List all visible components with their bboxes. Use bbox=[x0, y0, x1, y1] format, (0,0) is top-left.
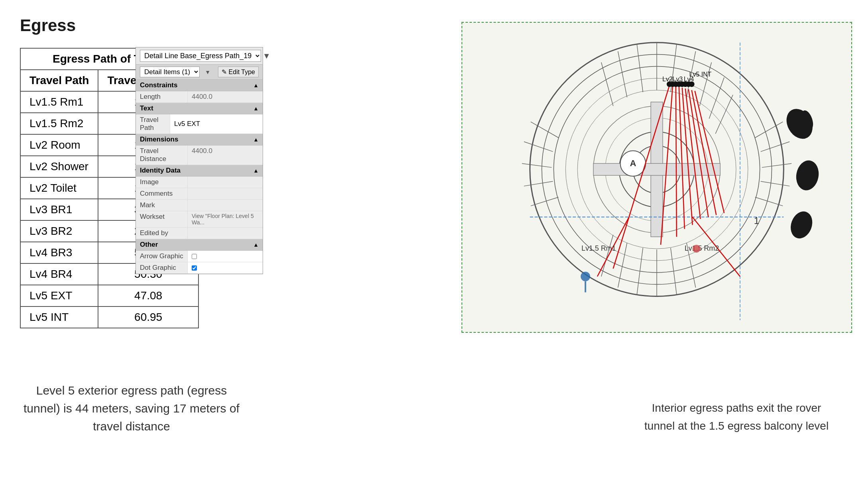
caption-right: Interior egress paths exit the rover tun… bbox=[637, 399, 836, 435]
identity-chevron: ▲ bbox=[253, 167, 259, 174]
section-constraints[interactable]: Constraints ▲ bbox=[136, 80, 263, 91]
arrow-graphic-checkbox[interactable] bbox=[192, 254, 197, 259]
table-cell-path: Lv4 BR4 bbox=[20, 263, 98, 285]
table-cell-path: Lv5 EXT bbox=[20, 285, 98, 306]
svg-text:Lv2Lv3: Lv2Lv3 bbox=[662, 76, 683, 82]
prop-image: Image bbox=[136, 177, 263, 188]
prop-travel-path: Travel Path bbox=[136, 114, 263, 134]
section-other[interactable]: Other ▲ bbox=[136, 239, 263, 251]
properties-panel: Detail Line Base_Egress Path_19 ▼ Detail… bbox=[136, 47, 263, 274]
table-cell-path: Lv5 INT bbox=[20, 306, 98, 328]
prop-arrow-graphic: Arrow Graphic bbox=[136, 251, 263, 262]
constraints-chevron: ▲ bbox=[253, 82, 259, 88]
table-cell-path: Lv2 Shower bbox=[20, 156, 98, 177]
table-cell-path: Lv2 Room bbox=[20, 134, 98, 156]
section-dimensions[interactable]: Dimensions ▲ bbox=[136, 134, 263, 145]
edit-icon: ✎ bbox=[222, 69, 227, 75]
detail-items-select[interactable]: Detail Items (1) bbox=[140, 67, 200, 77]
table-cell-path: Lv4 BR3 bbox=[20, 242, 98, 263]
caption-left: Level 5 exterior egress path (egress tun… bbox=[20, 381, 243, 435]
table-cell-path: Lv1.5 Rm1 bbox=[20, 91, 98, 113]
prop-edited-by: Edited by bbox=[136, 228, 263, 239]
col-header-path: Travel Path bbox=[20, 70, 98, 91]
section-text[interactable]: Text ▲ bbox=[136, 103, 263, 114]
svg-point-72 bbox=[693, 245, 701, 253]
constraints-label: Constraints bbox=[140, 81, 177, 89]
svg-text:Lv5 INT: Lv5 INT bbox=[689, 71, 712, 78]
prop-length: Length 4400.0 bbox=[136, 91, 263, 103]
svg-text:Lv1.5 Rm2: Lv1.5 Rm2 bbox=[685, 244, 719, 252]
table-cell-distance: 47.08 bbox=[98, 285, 198, 306]
page-title: Egress bbox=[20, 16, 76, 35]
prop-travel-distance: Travel Distance 4400.0 bbox=[136, 145, 263, 165]
other-chevron: ▲ bbox=[253, 242, 259, 248]
text-label: Text bbox=[140, 104, 153, 112]
floorplan-svg: A Lv bbox=[462, 23, 851, 332]
prop-mark: Mark bbox=[136, 200, 263, 211]
table-cell-path: Lv1.5 Rm2 bbox=[20, 113, 98, 134]
prop-comments: Comments bbox=[136, 188, 263, 200]
table-row: Lv5 EXT47.08 bbox=[20, 285, 198, 306]
dot-graphic-checkbox[interactable] bbox=[192, 265, 197, 271]
svg-text:Lv1.5 Rm1: Lv1.5 Rm1 bbox=[581, 244, 616, 252]
table-cell-path: Lv3 BR1 bbox=[20, 199, 98, 220]
text-chevron: ▲ bbox=[253, 105, 259, 112]
detail-items-row: Detail Items (1) ▼ ✎ Edit Type bbox=[136, 65, 263, 80]
floorplan-area: A Lv bbox=[461, 22, 852, 333]
props-title-row: Detail Line Base_Egress Path_19 ▼ bbox=[136, 47, 263, 65]
prop-dot-graphic: Dot Graphic bbox=[136, 262, 263, 274]
other-label: Other bbox=[140, 241, 158, 249]
section-identity[interactable]: Identity Data ▲ bbox=[136, 165, 263, 177]
svg-text:A: A bbox=[630, 158, 636, 168]
props-dropdown[interactable]: Detail Line Base_Egress Path_19 bbox=[140, 50, 261, 62]
identity-label: Identity Data bbox=[140, 167, 181, 175]
table-cell-path: Lv2 Toilet bbox=[20, 177, 98, 199]
edit-type-button[interactable]: ✎ Edit Type bbox=[218, 67, 259, 77]
travel-path-input[interactable] bbox=[170, 114, 263, 134]
table-cell-path: Lv3 BR2 bbox=[20, 220, 98, 242]
dimensions-label: Dimensions bbox=[140, 136, 178, 143]
prop-workset: Workset View "Floor Plan: Level 5 Wa... bbox=[136, 211, 263, 228]
svg-text:1: 1 bbox=[754, 215, 759, 226]
table-row: Lv5 INT60.95 bbox=[20, 306, 198, 328]
dimensions-chevron: ▲ bbox=[253, 136, 259, 143]
table-cell-distance: 60.95 bbox=[98, 306, 198, 328]
svg-point-70 bbox=[581, 272, 590, 281]
